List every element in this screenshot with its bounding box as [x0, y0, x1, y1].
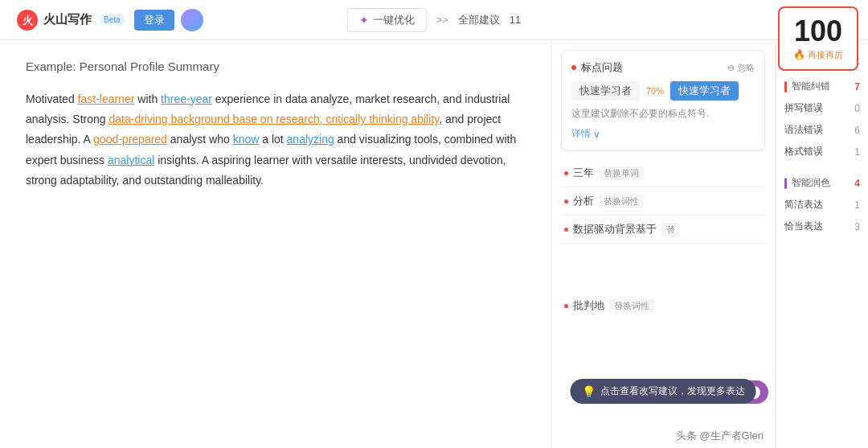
highlight-three-year: three-year [161, 92, 212, 105]
appropriate-row: 恰当表达 3 [784, 216, 860, 237]
dot-icon [564, 199, 568, 203]
word-suggested[interactable]: 快速学习者 [670, 81, 739, 101]
highlight-good-prepared: good-prepared [93, 133, 167, 146]
accent-bar-purple [784, 178, 787, 189]
middle-panel: 标点问题 ⊖ 忽略 快速学习者 70% 快速学习者 这里建议删除不必要的标点符号… [551, 40, 776, 448]
smart-correction-section: 智能纠错 7 拼写错误 0 语法错误 6 格式错误 1 [784, 76, 860, 162]
grammar-label: 语法错误 [784, 123, 823, 137]
highlight-fast-learner: fast-learner [78, 92, 135, 105]
score-box: 100 🔥 再接再厉 [778, 6, 858, 71]
grammar-count: 6 [854, 125, 860, 136]
accent-bar-red [784, 81, 787, 92]
word-score: 70% [646, 86, 664, 96]
ignore-icon: ⊖ [727, 63, 735, 73]
doc-content: Motivated fast-learner with three-year e… [26, 89, 525, 191]
logo-area: 火 火山写作 Beta [16, 9, 125, 31]
header: 火 火山写作 Beta 登录 ✦ 一键优化 >> 全部建议 11 100 🔥 再… [0, 0, 868, 40]
word-options: 快速学习者 70% 快速学习者 [571, 81, 755, 101]
bottom-tag: 替换词性 [609, 299, 654, 313]
avatar [181, 9, 203, 31]
watermark: 头条 @生产者Glen [676, 429, 764, 443]
spelling-count: 0 [854, 103, 860, 114]
concise-row: 简洁表达 1 [784, 194, 860, 216]
format-count: 1 [854, 146, 860, 158]
card-desc: 这里建议删除不必要的标点符号. [571, 107, 755, 121]
dot-icon [571, 65, 576, 70]
format-label: 格式错误 [784, 145, 823, 158]
tooltip-text: 点击查看改写建议，发现更多表达 [600, 384, 745, 398]
card-title: 标点问题 [581, 60, 623, 75]
header-center: ✦ 一键优化 >> 全部建议 11 [347, 8, 522, 32]
dot-icon [564, 228, 568, 232]
score-number: 100 [794, 17, 842, 46]
highlight-data-driving: data-driving background base on research… [109, 113, 440, 125]
doc-title: Example: Personal Profile Summary [26, 60, 525, 73]
logo-text: 火山写作 [43, 12, 92, 27]
right-panel: 全部建议 11 智能纠错 7 拼写错误 0 语法错误 6 格式错误 1 [776, 40, 868, 448]
floating-tooltip: 💡 点击查看改写建议，发现更多表达 [571, 379, 756, 404]
format-row: 格式错误 1 [784, 141, 860, 162]
smart-correction-header: 智能纠错 7 [784, 76, 860, 97]
smart-tone-section: 智能润色 4 简洁表达 1 恰当表达 3 [784, 172, 860, 237]
concise-count: 1 [854, 199, 860, 211]
dot-icon [564, 304, 568, 308]
logo-icon: 火 [16, 9, 39, 31]
list-item-bottom: 批判地 替换词性 [561, 292, 765, 319]
appropriate-label: 恰当表达 [784, 220, 823, 233]
smart-tone-count: 4 [854, 178, 860, 189]
bottom-label: 批判地 [573, 298, 604, 313]
suggestions-label: 全部建议 [458, 13, 500, 27]
ignore-button[interactable]: ⊖ 忽略 [727, 62, 755, 74]
chevron-down-icon: ∨ [593, 129, 600, 140]
suggestion-card: 标点问题 ⊖ 忽略 快速学习者 70% 快速学习者 这里建议删除不必要的标点符号… [561, 50, 765, 151]
item-tag-3: 替 [661, 223, 680, 236]
smart-correction-count: 7 [854, 81, 860, 92]
optimize-label: 一键优化 [373, 13, 415, 27]
item-label-3: 数据驱动背景基于 [573, 222, 657, 236]
highlight-analyzing: analyzing [287, 133, 334, 146]
smart-tone-header: 智能润色 4 [784, 172, 860, 194]
list-item-2: 分析 替换词性 [561, 187, 765, 216]
login-button[interactable]: 登录 [134, 10, 174, 31]
item-tag-2: 替换词性 [599, 195, 644, 208]
expand-icon[interactable]: >> [436, 14, 448, 26]
card-detail[interactable]: 详情 ∨ [571, 127, 755, 141]
card-header: 标点问题 ⊖ 忽略 [571, 60, 755, 75]
main-layout: Example: Personal Profile Summary Motiva… [0, 40, 868, 448]
smart-tone-label: 智能润色 [792, 176, 830, 190]
smart-correction-label: 智能纠错 [792, 80, 830, 93]
item-tag-1: 替换单词 [599, 166, 644, 180]
highlight-know: know [233, 133, 260, 146]
item-label-1: 三年 [573, 166, 594, 180]
appropriate-count: 3 [854, 221, 860, 232]
list-item-3: 数据驱动背景基于 替 [561, 216, 765, 244]
editor-area: Example: Personal Profile Summary Motiva… [0, 40, 551, 448]
suggestions-count: 11 [510, 14, 521, 26]
beta-badge: Beta [100, 14, 125, 25]
fire-icon: 🔥 [793, 49, 805, 60]
grammar-row: 语法错误 6 [784, 119, 860, 141]
item-label-2: 分析 [573, 194, 594, 208]
svg-text:火: 火 [22, 14, 34, 27]
spelling-row: 拼写错误 0 [784, 97, 860, 119]
dot-icon [564, 171, 568, 175]
spelling-label: 拼写错误 [784, 101, 823, 115]
highlight-analytical: analytical [108, 154, 154, 166]
concise-label: 简洁表达 [784, 198, 823, 212]
list-item-1: 三年 替换单词 [561, 159, 765, 187]
card-title-row: 标点问题 [571, 60, 623, 75]
sparkle-icon: ✦ [359, 14, 369, 27]
score-label: 🔥 再接再厉 [793, 49, 843, 61]
optimize-button[interactable]: ✦ 一键优化 [347, 8, 427, 32]
bulb-icon: 💡 [582, 385, 596, 398]
word-original: 快速学习者 [571, 81, 640, 101]
